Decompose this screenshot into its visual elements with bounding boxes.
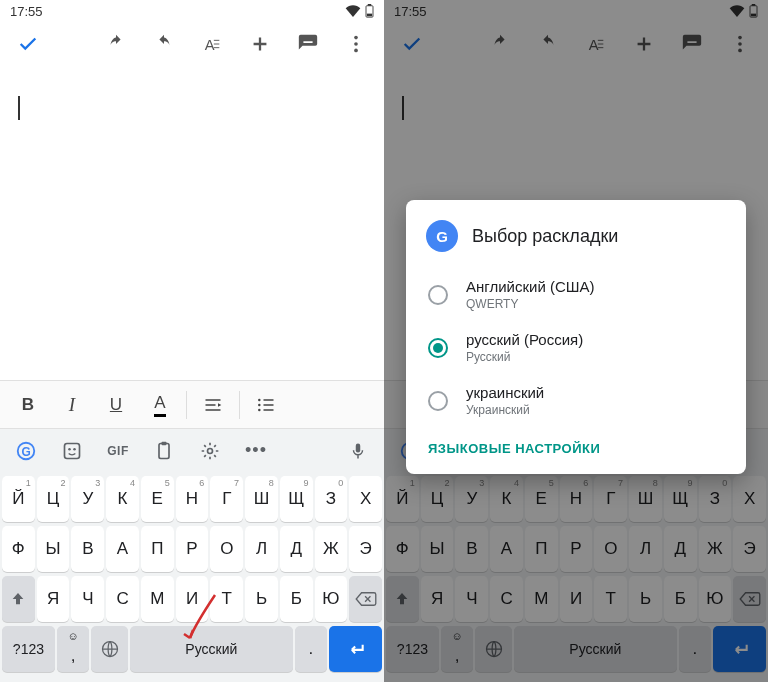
letter-key[interactable]: Ц2 bbox=[421, 476, 454, 522]
letter-key[interactable]: Б bbox=[664, 576, 697, 622]
letter-key[interactable]: Г7 bbox=[210, 476, 243, 522]
numeric-key[interactable]: ?123 bbox=[386, 626, 439, 672]
italic-button[interactable]: I bbox=[50, 383, 94, 427]
letter-key[interactable]: У3 bbox=[71, 476, 104, 522]
list-button[interactable] bbox=[244, 383, 288, 427]
letter-key[interactable]: Ш8 bbox=[245, 476, 278, 522]
underline-button[interactable]: U bbox=[94, 383, 138, 427]
letter-key[interactable]: Х bbox=[349, 476, 382, 522]
clipboard-button[interactable] bbox=[144, 431, 184, 471]
emoji-comma-key[interactable]: ☺, bbox=[57, 626, 90, 672]
letter-key[interactable]: Г7 bbox=[594, 476, 627, 522]
letter-key[interactable]: Е5 bbox=[525, 476, 558, 522]
done-button[interactable] bbox=[390, 22, 434, 66]
done-button[interactable] bbox=[6, 22, 50, 66]
letter-key[interactable]: Й1 bbox=[386, 476, 419, 522]
letter-key[interactable]: З0 bbox=[315, 476, 348, 522]
language-settings-link[interactable]: ЯЗЫКОВЫЕ НАСТРОЙКИ bbox=[422, 427, 730, 460]
layout-option-russian[interactable]: русский (Россия)Русский bbox=[422, 321, 730, 374]
insert-button[interactable] bbox=[622, 22, 666, 66]
language-switch-key[interactable] bbox=[475, 626, 512, 672]
more-button[interactable]: ••• bbox=[236, 431, 276, 471]
letter-key[interactable]: Л bbox=[245, 526, 278, 572]
settings-button[interactable] bbox=[190, 431, 230, 471]
backspace-key[interactable] bbox=[733, 576, 766, 622]
letter-key[interactable]: Щ9 bbox=[280, 476, 313, 522]
letter-key[interactable]: Б bbox=[280, 576, 313, 622]
letter-key[interactable]: З0 bbox=[699, 476, 732, 522]
redo-button[interactable] bbox=[526, 22, 570, 66]
letter-key[interactable]: Ш8 bbox=[629, 476, 662, 522]
letter-key[interactable]: Т bbox=[594, 576, 627, 622]
letter-key[interactable]: Ф bbox=[2, 526, 35, 572]
letter-key[interactable]: Ц2 bbox=[37, 476, 70, 522]
backspace-key[interactable] bbox=[349, 576, 382, 622]
letter-key[interactable]: Ь bbox=[245, 576, 278, 622]
period-key[interactable]: . bbox=[295, 626, 328, 672]
letter-key[interactable]: С bbox=[490, 576, 523, 622]
letter-key[interactable]: Ю bbox=[699, 576, 732, 622]
letter-key[interactable]: Ж bbox=[699, 526, 732, 572]
undo-button[interactable] bbox=[94, 22, 138, 66]
letter-key[interactable]: К4 bbox=[490, 476, 523, 522]
letter-key[interactable]: П bbox=[525, 526, 558, 572]
layout-option-ukrainian[interactable]: украинскийУкраинский bbox=[422, 374, 730, 427]
letter-key[interactable]: Ь bbox=[629, 576, 662, 622]
letter-key[interactable]: И bbox=[560, 576, 593, 622]
letter-key[interactable]: М bbox=[141, 576, 174, 622]
letter-key[interactable]: Р bbox=[560, 526, 593, 572]
period-key[interactable]: . bbox=[679, 626, 712, 672]
letter-key[interactable]: С bbox=[106, 576, 139, 622]
letter-key[interactable]: Н6 bbox=[560, 476, 593, 522]
language-switch-key[interactable] bbox=[91, 626, 128, 672]
letter-key[interactable]: Н6 bbox=[176, 476, 209, 522]
insert-button[interactable] bbox=[238, 22, 282, 66]
letter-key[interactable]: Я bbox=[37, 576, 70, 622]
letter-key[interactable]: Д bbox=[664, 526, 697, 572]
layout-option-english[interactable]: Английский (США)QWERTY bbox=[422, 268, 730, 321]
text-format-button[interactable]: A bbox=[574, 22, 618, 66]
letter-key[interactable]: Ф bbox=[386, 526, 419, 572]
letter-key[interactable]: В bbox=[455, 526, 488, 572]
letter-key[interactable]: А bbox=[490, 526, 523, 572]
overflow-menu-button[interactable] bbox=[718, 22, 762, 66]
bold-button[interactable]: B bbox=[6, 383, 50, 427]
sticker-button[interactable] bbox=[52, 431, 92, 471]
letter-key[interactable]: Р bbox=[176, 526, 209, 572]
letter-key[interactable]: Л bbox=[629, 526, 662, 572]
letter-key[interactable]: Ы bbox=[37, 526, 70, 572]
letter-key[interactable]: О bbox=[210, 526, 243, 572]
align-button[interactable] bbox=[191, 383, 235, 427]
letter-key[interactable]: Э bbox=[733, 526, 766, 572]
numeric-key[interactable]: ?123 bbox=[2, 626, 55, 672]
comment-button[interactable] bbox=[286, 22, 330, 66]
shift-key[interactable] bbox=[2, 576, 35, 622]
letter-key[interactable]: О bbox=[594, 526, 627, 572]
emoji-comma-key[interactable]: ☺, bbox=[441, 626, 474, 672]
letter-key[interactable]: Ы bbox=[421, 526, 454, 572]
letter-key[interactable]: Й1 bbox=[2, 476, 35, 522]
letter-key[interactable]: Ч bbox=[455, 576, 488, 622]
google-search-button[interactable]: G bbox=[6, 431, 46, 471]
letter-key[interactable]: Я bbox=[421, 576, 454, 622]
undo-button[interactable] bbox=[478, 22, 522, 66]
text-format-button[interactable]: A bbox=[190, 22, 234, 66]
letter-key[interactable]: В bbox=[71, 526, 104, 572]
gif-button[interactable]: GIF bbox=[98, 431, 138, 471]
shift-key[interactable] bbox=[386, 576, 419, 622]
letter-key[interactable]: М bbox=[525, 576, 558, 622]
document-area[interactable] bbox=[0, 66, 384, 380]
letter-key[interactable]: П bbox=[141, 526, 174, 572]
letter-key[interactable]: А bbox=[106, 526, 139, 572]
letter-key[interactable]: У3 bbox=[455, 476, 488, 522]
letter-key[interactable]: Щ9 bbox=[664, 476, 697, 522]
enter-key[interactable] bbox=[713, 626, 766, 672]
letter-key[interactable]: Е5 bbox=[141, 476, 174, 522]
letter-key[interactable]: Ч bbox=[71, 576, 104, 622]
comment-button[interactable] bbox=[670, 22, 714, 66]
enter-key[interactable] bbox=[329, 626, 382, 672]
text-color-button[interactable]: A bbox=[138, 383, 182, 427]
spacebar-key[interactable]: Русский bbox=[514, 626, 677, 672]
letter-key[interactable]: Д bbox=[280, 526, 313, 572]
letter-key[interactable]: К4 bbox=[106, 476, 139, 522]
